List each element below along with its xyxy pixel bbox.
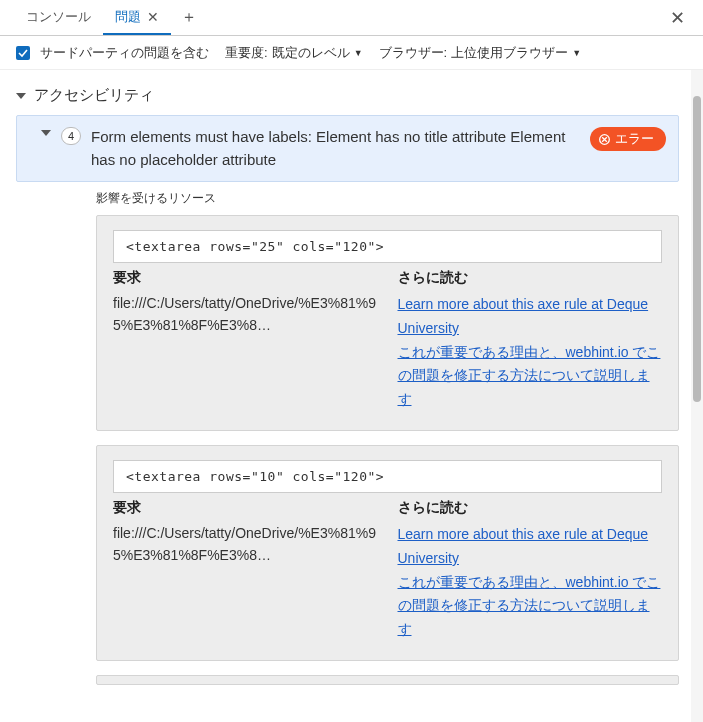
request-path[interactable]: file:///C:/Users/tatty/OneDrive/%E3%81%9… (113, 523, 378, 566)
request-heading: 要求 (113, 269, 378, 287)
severity-label: 重要度: (225, 44, 268, 62)
error-badge-label: エラー (615, 130, 654, 148)
chevron-down-icon (41, 130, 51, 136)
chevron-down-icon: ▼ (354, 48, 363, 58)
resource-card (96, 675, 679, 685)
webhint-link[interactable]: これが重要である理由と、webhint.io でこの問題を修正する方法について説… (398, 571, 663, 642)
tab-issues[interactable]: 問題 ✕ (103, 0, 171, 35)
issue-row[interactable]: 4 Form elements must have labels: Elemen… (16, 115, 679, 182)
tab-bar: コンソール 問題 ✕ ＋ ✕ (0, 0, 703, 36)
tab-console-label: コンソール (26, 8, 91, 26)
error-badge: エラー (590, 127, 666, 151)
chevron-down-icon: ▼ (572, 48, 581, 58)
affected-resources: 影響を受けるリソース <textarea rows="25" cols="120… (96, 190, 691, 685)
code-snippet[interactable]: <textarea rows="25" cols="120"> (113, 230, 662, 263)
issue-title: Form elements must have labels: Element … (91, 126, 580, 171)
scrollbar-thumb[interactable] (693, 96, 701, 402)
checkbox-checked-icon (16, 46, 30, 60)
browser-label: ブラウザー: (379, 44, 448, 62)
request-heading: 要求 (113, 499, 378, 517)
read-more-heading: さらに読む (398, 499, 663, 517)
issues-content: アクセシビリティ 4 Form elements must have label… (0, 70, 691, 722)
browser-value: 上位使用ブラウザー (451, 44, 568, 62)
severity-value: 既定のレベル (272, 44, 350, 62)
third-party-toggle[interactable]: サードパーティの問題を含む (16, 44, 209, 62)
error-icon (598, 133, 611, 146)
filter-toolbar: サードパーティの問題を含む 重要度: 既定のレベル ▼ ブラウザー: 上位使用ブ… (0, 36, 703, 70)
browser-dropdown[interactable]: ブラウザー: 上位使用ブラウザー ▼ (379, 44, 582, 62)
affected-resources-label: 影響を受けるリソース (96, 190, 691, 207)
tab-console[interactable]: コンソール (14, 0, 103, 35)
webhint-link[interactable]: これが重要である理由と、webhint.io でこの問題を修正する方法について説… (398, 341, 663, 412)
resource-card: <textarea rows="25" cols="120"> 要求 file:… (96, 215, 679, 431)
chevron-down-icon (16, 93, 26, 99)
panel-close-button[interactable]: ✕ (658, 0, 697, 35)
category-title: アクセシビリティ (34, 86, 154, 105)
issue-count-badge: 4 (61, 127, 81, 145)
request-path[interactable]: file:///C:/Users/tatty/OneDrive/%E3%81%9… (113, 293, 378, 336)
resource-card: <textarea rows="10" cols="120"> 要求 file:… (96, 445, 679, 661)
code-snippet[interactable]: <textarea rows="10" cols="120"> (113, 460, 662, 493)
read-more-heading: さらに読む (398, 269, 663, 287)
severity-dropdown[interactable]: 重要度: 既定のレベル ▼ (225, 44, 363, 62)
learn-more-link[interactable]: Learn more about this axe rule at Deque … (398, 293, 663, 341)
tab-issues-label: 問題 (115, 8, 141, 26)
learn-more-link[interactable]: Learn more about this axe rule at Deque … (398, 523, 663, 571)
category-accessibility[interactable]: アクセシビリティ (16, 82, 691, 115)
add-tab-button[interactable]: ＋ (171, 0, 207, 35)
scrollbar-track[interactable] (691, 70, 703, 722)
third-party-label: サードパーティの問題を含む (40, 44, 209, 62)
close-icon[interactable]: ✕ (147, 10, 159, 24)
